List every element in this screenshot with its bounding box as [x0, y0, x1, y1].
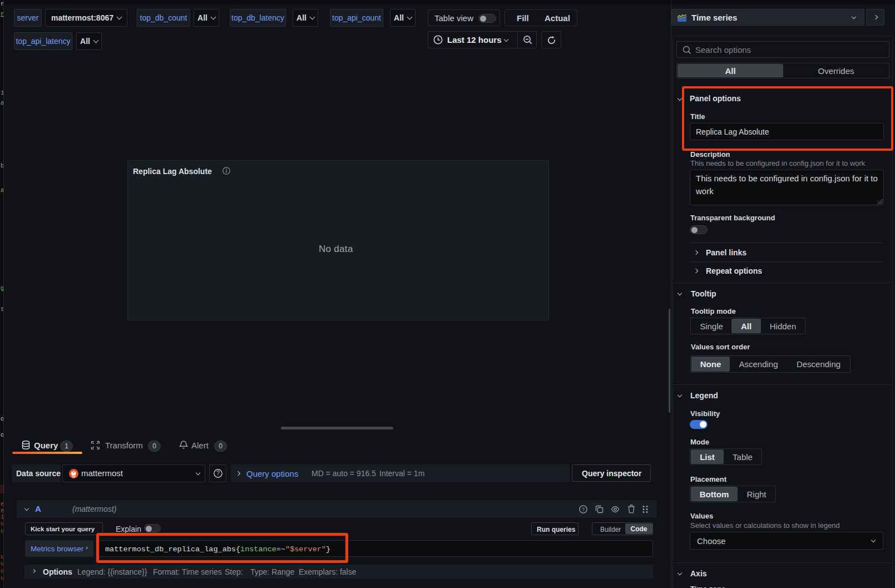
svg-text:?: ? [216, 470, 220, 476]
svg-text:?: ? [582, 506, 585, 512]
